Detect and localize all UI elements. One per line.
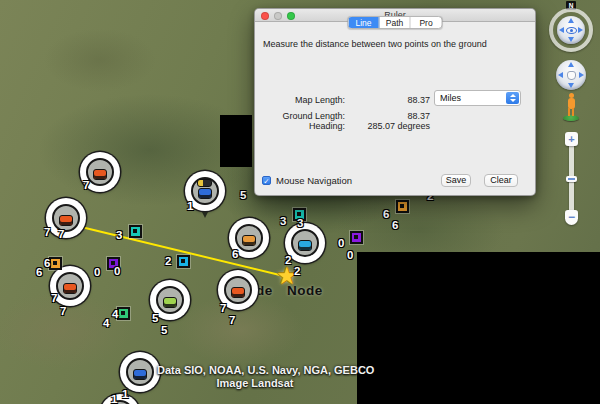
marker-count-label: 3	[116, 229, 122, 241]
close-window-button[interactable]	[261, 12, 269, 20]
marker-count-label: 1	[111, 393, 117, 404]
vehicle-icon	[242, 235, 256, 246]
move-right-arrow-icon[interactable]	[579, 72, 584, 78]
move-down-arrow-icon[interactable]	[568, 83, 574, 88]
heading-label: Heading:	[255, 119, 345, 133]
marker-count-label: 4	[103, 317, 109, 329]
tab-bar: Line Path Pro	[348, 16, 443, 29]
marker-count-label: 5	[240, 189, 246, 201]
vehicle-icon	[63, 283, 77, 294]
ruler-dialog: Ruler Line Path Pro Measure the distance…	[254, 8, 536, 196]
square-placemark[interactable]	[177, 255, 190, 268]
mouse-navigation-label: Mouse Navigation	[276, 175, 352, 186]
tab-line[interactable]: Line	[349, 17, 380, 28]
marker-count-label: 2	[285, 254, 291, 266]
attribution-line1: Data SIO, NOAA, U.S. Navy, NGA, GEBCO	[157, 364, 353, 377]
map-length-label: Map Length:	[255, 93, 345, 107]
square-placemark[interactable]	[396, 200, 409, 213]
vehicle-icon	[93, 169, 107, 180]
marker-count-label: 6	[392, 219, 398, 231]
units-dropdown-value: Miles	[440, 93, 461, 103]
marker-count-label: 6	[232, 248, 238, 260]
zoom-in-button[interactable]: +	[565, 132, 578, 146]
marker-count-label: 3	[297, 217, 303, 229]
marker-count-label: 2	[294, 265, 300, 277]
vehicle-icon	[198, 188, 212, 199]
redacted-region	[220, 115, 252, 167]
marker-count-label: 7	[60, 305, 66, 317]
marker-count-label: 2	[165, 255, 171, 267]
marker-count-label: 4	[112, 308, 118, 320]
heading-value: 285.07 degrees	[345, 119, 430, 133]
mouse-navigation-row: ✓ Mouse Navigation	[262, 175, 352, 186]
marker-count-label: 5	[152, 312, 158, 324]
square-placemark[interactable]	[49, 257, 62, 270]
marker-count-label: 1	[122, 388, 128, 400]
zoom-slider-handle[interactable]	[566, 176, 577, 182]
look-joystick[interactable]	[557, 16, 585, 44]
vehicle-icon	[298, 240, 312, 251]
heading-row: Heading: 285.07 degrees	[255, 119, 535, 133]
zoom-out-button[interactable]: −	[565, 210, 578, 225]
square-placemark[interactable]	[129, 225, 142, 238]
marker-count-label: 1	[187, 200, 193, 212]
marker-count-label: 5	[161, 324, 167, 336]
dropdown-stepper-icon[interactable]	[506, 92, 519, 104]
marker-count-label: 7	[51, 292, 57, 304]
map-length-value: 88.37	[345, 93, 430, 107]
vehicle-icon	[163, 297, 177, 308]
marker-count-label: 7	[44, 226, 50, 238]
eye-icon	[566, 27, 577, 34]
pegman-icon[interactable]	[563, 93, 579, 121]
square-placemark[interactable]	[350, 231, 363, 244]
marker-count-label: 0	[114, 265, 120, 277]
marker-count-label: 0	[338, 237, 344, 249]
vehicle-icon	[231, 287, 245, 298]
vehicle-icon	[59, 215, 73, 226]
minimize-window-button[interactable]	[274, 12, 282, 20]
move-left-arrow-icon[interactable]	[558, 72, 563, 78]
attribution-line2: Image Landsat	[157, 377, 353, 390]
mini-pin-icon	[202, 212, 208, 218]
marker-count-label: 7	[229, 314, 235, 326]
marker-count-label: 7	[220, 302, 226, 314]
tab-pro[interactable]: Pro	[411, 17, 442, 28]
marker-count-label: 7	[58, 228, 64, 240]
look-right-arrow-icon[interactable]	[578, 27, 583, 33]
stepper-down-arrow-icon	[510, 99, 516, 102]
look-up-arrow-icon[interactable]	[568, 18, 574, 23]
marker-count-label: 6	[36, 266, 42, 278]
look-left-arrow-icon[interactable]	[559, 27, 564, 33]
clear-button[interactable]: Clear	[484, 174, 518, 187]
google-earth-viewport: 7771775577622132660044336600521NodeNode …	[0, 0, 600, 404]
look-down-arrow-icon[interactable]	[568, 37, 574, 42]
move-joystick[interactable]	[556, 60, 586, 90]
hand-icon	[567, 71, 576, 80]
mouse-navigation-checkbox[interactable]: ✓	[262, 176, 271, 185]
pegman-leg	[568, 108, 570, 116]
marker-count-label: 0	[347, 249, 353, 261]
marker-count-label: 3	[280, 215, 286, 227]
square-placemark[interactable]	[117, 307, 130, 320]
move-up-arrow-icon[interactable]	[568, 62, 574, 67]
dialog-description: Measure the distance between two points …	[263, 39, 487, 49]
marker-count-label: 6	[44, 257, 50, 269]
zoom-window-button[interactable]	[287, 12, 295, 20]
pegman-base	[563, 115, 579, 121]
marker-count-label: 6	[383, 208, 389, 220]
marker-count-label: 0	[94, 266, 100, 278]
units-dropdown[interactable]: Miles	[434, 90, 521, 106]
save-button[interactable]: Save	[441, 174, 471, 187]
marker-count-label: 7	[83, 179, 89, 191]
vehicle-icon	[133, 369, 147, 380]
circle-placemark[interactable]	[120, 352, 160, 392]
stepper-up-arrow-icon	[510, 94, 516, 97]
tab-path[interactable]: Path	[380, 17, 411, 28]
secondary-vehicle-icon	[197, 179, 212, 187]
circle-placemark[interactable]	[46, 198, 86, 238]
pegman-leg	[572, 108, 574, 116]
map-attribution: Data SIO, NOAA, U.S. Navy, NGA, GEBCO Im…	[157, 364, 353, 390]
redacted-region	[357, 252, 600, 404]
